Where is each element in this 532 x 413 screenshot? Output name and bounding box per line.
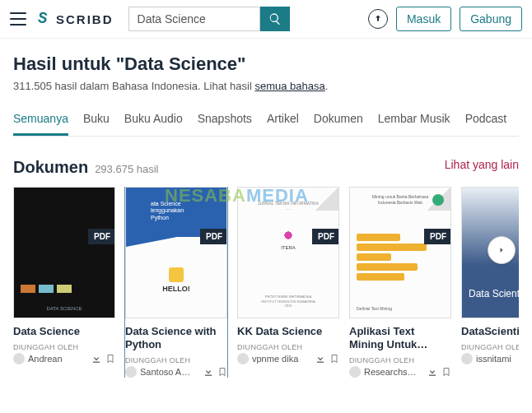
login-button[interactable]: Masuk	[396, 7, 451, 31]
bookmark-icon[interactable]	[329, 353, 339, 364]
doc-card[interactable]: Mining untuk Berita BerbahasaIndonesia B…	[349, 187, 451, 378]
bookmark-icon[interactable]	[105, 353, 115, 364]
results-subtitle: 311.505 hasil dalam Bahasa Indonesia. Li…	[13, 80, 519, 92]
filter-tabs: Semuanya Buku Buku Audio Snapshots Artik…	[13, 112, 519, 137]
download-icon[interactable]	[427, 366, 438, 378]
tab-podcast[interactable]: Podcast	[465, 112, 507, 136]
tab-all[interactable]: Semuanya	[13, 112, 68, 136]
bookmark-icon[interactable]	[217, 366, 227, 378]
tab-audiobooks[interactable]: Buku Audio	[124, 112, 183, 136]
uploaded-by-label: DIUNGGAH OLEH	[349, 356, 451, 364]
avatar-icon	[13, 353, 25, 364]
join-button[interactable]: Gabung	[460, 7, 522, 31]
doc-thumbnail: JURNAL TEKNIK INFORMATIKA····· ITERA PRO…	[237, 187, 339, 318]
uploaded-by-label: DIUNGGAH OLEH	[461, 343, 519, 351]
watermark: NESABAMEDIA	[165, 185, 309, 206]
avatar-icon	[349, 366, 361, 378]
see-more-link[interactable]: Lihat yang lain	[445, 158, 519, 171]
download-icon[interactable]	[203, 366, 214, 378]
doc-card[interactable]: Data Scienti DataScientis DIUNGGAH OLEH …	[461, 187, 519, 378]
doc-thumbnail: DATA SCIENCE PDF	[13, 187, 115, 318]
author-row: Researchs…	[349, 366, 451, 378]
documents-section-header: Dokumen 293.675 hasil Lihat yang lain	[13, 158, 519, 177]
cards-row: DATA SCIENCE PDF Data Science DIUNGGAH O…	[13, 187, 519, 378]
download-icon[interactable]	[315, 353, 326, 364]
chevron-right-icon	[497, 245, 506, 255]
search-button[interactable]	[260, 7, 290, 31]
doc-title: DataScientis	[461, 325, 519, 338]
doc-title: Aplikasi Text Mining Untuk…	[349, 325, 451, 351]
uploaded-by-label: DIUNGGAH OLEH	[237, 343, 339, 351]
author-row: Santoso A…	[125, 366, 227, 378]
header: SCRIBD Masuk Gabung	[0, 0, 532, 39]
download-icon[interactable]	[91, 353, 102, 364]
uploaded-by-label: DIUNGGAH OLEH	[125, 356, 227, 364]
tab-snapshots[interactable]: Snapshots	[198, 112, 252, 136]
upload-icon	[373, 14, 383, 24]
carousel-next-button[interactable]	[488, 236, 516, 264]
pdf-badge: PDF	[88, 229, 115, 244]
bookmark-icon[interactable]	[441, 366, 451, 378]
tab-documents[interactable]: Dokumen	[314, 112, 363, 136]
uploaded-by-label: DIUNGGAH OLEH	[13, 343, 115, 351]
doc-title: KK Data Science	[237, 325, 339, 338]
logo[interactable]: SCRIBD	[35, 11, 114, 27]
results-title: Hasil untuk "Data Science"	[13, 53, 519, 75]
avatar-icon	[461, 353, 473, 364]
section-title: Dokumen	[13, 158, 88, 177]
search-icon	[268, 12, 282, 26]
search-bar	[128, 7, 290, 31]
tab-books[interactable]: Buku	[83, 112, 110, 136]
pdf-badge: PDF	[200, 229, 227, 244]
scribd-logo-icon	[35, 11, 51, 27]
author-name[interactable]: vpnme dika	[252, 354, 311, 364]
doc-thumbnail: Mining untuk Berita BerbahasaIndonesia B…	[349, 187, 451, 318]
tab-sheet-music[interactable]: Lembar Musik	[378, 112, 450, 136]
search-input[interactable]	[128, 7, 260, 31]
avatar-icon	[125, 366, 137, 378]
author-name[interactable]: Andrean	[28, 354, 87, 364]
doc-card[interactable]: DATA SCIENCE PDF Data Science DIUNGGAH O…	[13, 187, 115, 378]
author-row: vpnme dika	[237, 353, 339, 364]
author-name[interactable]: Researchs…	[364, 367, 423, 377]
author-row: issnitami	[461, 353, 519, 364]
menu-icon[interactable]	[10, 12, 26, 26]
avatar-icon	[237, 353, 249, 364]
main-content: Hasil untuk "Data Science" 311.505 hasil…	[0, 39, 532, 378]
section-count: 293.675 hasil	[95, 163, 158, 175]
all-languages-link[interactable]: semua bahasa	[254, 80, 324, 92]
pdf-badge: PDF	[424, 229, 451, 244]
pdf-badge: PDF	[312, 229, 339, 244]
doc-card[interactable]: JURNAL TEKNIK INFORMATIKA····· ITERA PRO…	[237, 187, 339, 378]
author-name[interactable]: issnitami	[476, 354, 519, 364]
logo-text: SCRIBD	[56, 12, 114, 26]
author-name[interactable]: Santoso A…	[140, 367, 199, 377]
doc-card[interactable]: ata SciencelenggunakanPython HELLO! PDF …	[125, 187, 227, 378]
author-row: Andrean	[13, 353, 115, 364]
doc-title: Data Science	[13, 325, 115, 338]
tab-articles[interactable]: Artikel	[267, 112, 299, 136]
upload-button[interactable]	[368, 9, 388, 29]
doc-title: Data Science with Python	[125, 325, 227, 351]
documents-carousel: DATA SCIENCE PDF Data Science DIUNGGAH O…	[13, 187, 519, 378]
doc-thumbnail: ata SciencelenggunakanPython HELLO! PDF	[125, 187, 227, 318]
